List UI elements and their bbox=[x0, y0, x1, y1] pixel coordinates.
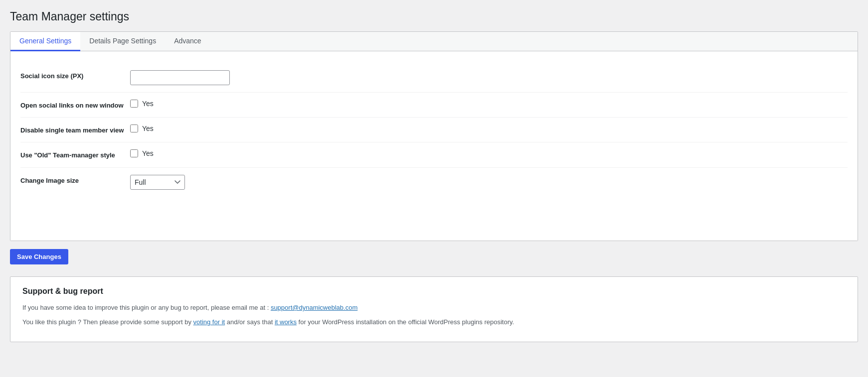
save-changes-button[interactable]: Save Changes bbox=[10, 249, 68, 264]
tab-advance[interactable]: Advance bbox=[165, 32, 210, 51]
tabs-container: General Settings Details Page Settings A… bbox=[10, 31, 858, 241]
support-line2-middle: and/or says that bbox=[225, 318, 275, 326]
setting-row-open-social-links: Open social links on new window Yes bbox=[20, 93, 848, 118]
tabs-nav: General Settings Details Page Settings A… bbox=[10, 32, 858, 51]
settings-panel: Social icon size (PX) Open social links … bbox=[10, 51, 858, 241]
social-icon-size-label: Social icon size (PX) bbox=[20, 70, 130, 81]
support-line2-prefix: You like this plugin ? Then please provi… bbox=[22, 318, 193, 326]
use-old-style-label: Use "Old" Team-manager style bbox=[20, 149, 130, 160]
open-social-links-checkbox[interactable] bbox=[130, 100, 138, 108]
change-image-size-control: Full Large Medium Thumbnail bbox=[130, 175, 185, 190]
disable-single-member-label: Disable single team member view bbox=[20, 125, 130, 135]
use-old-style-control: Yes bbox=[130, 149, 154, 157]
open-social-links-checkbox-label: Yes bbox=[142, 100, 154, 108]
support-line1: If you have some idea to improve this pl… bbox=[22, 303, 846, 313]
open-social-links-control: Yes bbox=[130, 100, 154, 108]
support-line1-prefix: If you have some idea to improve this pl… bbox=[22, 304, 271, 311]
support-email-link[interactable]: support@dynamicweblab.com bbox=[271, 304, 357, 311]
use-old-style-checkbox-label: Yes bbox=[142, 149, 154, 157]
social-icon-size-input[interactable] bbox=[130, 70, 230, 85]
disable-single-member-checkbox-label: Yes bbox=[142, 125, 154, 132]
setting-row-use-old-style: Use "Old" Team-manager style Yes bbox=[20, 142, 848, 167]
social-icon-size-control bbox=[130, 70, 230, 85]
works-link[interactable]: it works bbox=[275, 318, 297, 326]
use-old-style-checkbox[interactable] bbox=[130, 149, 138, 157]
change-image-size-select[interactable]: Full Large Medium Thumbnail bbox=[130, 175, 185, 190]
tab-details[interactable]: Details Page Settings bbox=[80, 32, 165, 51]
support-line2: You like this plugin ? Then please provi… bbox=[22, 317, 846, 328]
setting-row-social-icon-size: Social icon size (PX) bbox=[20, 63, 848, 93]
setting-row-change-image-size: Change Image size Full Large Medium Thum… bbox=[20, 168, 848, 197]
save-section: Save Changes bbox=[10, 241, 858, 272]
open-social-links-label: Open social links on new window bbox=[20, 100, 130, 110]
voting-link[interactable]: voting for it bbox=[193, 318, 225, 326]
change-image-size-label: Change Image size bbox=[20, 175, 130, 185]
disable-single-member-control: Yes bbox=[130, 125, 154, 132]
disable-single-member-checkbox[interactable] bbox=[130, 125, 138, 132]
setting-row-disable-single-member: Disable single team member view Yes bbox=[20, 118, 848, 142]
tab-general[interactable]: General Settings bbox=[10, 32, 80, 51]
support-section: Support & bug report If you have some id… bbox=[10, 276, 858, 342]
page-wrapper: Team Manager settings General Settings D… bbox=[0, 0, 868, 352]
support-line2-suffix: for your WordPress installation on the o… bbox=[297, 318, 514, 326]
support-title: Support & bug report bbox=[22, 287, 846, 296]
page-title: Team Manager settings bbox=[10, 10, 858, 23]
